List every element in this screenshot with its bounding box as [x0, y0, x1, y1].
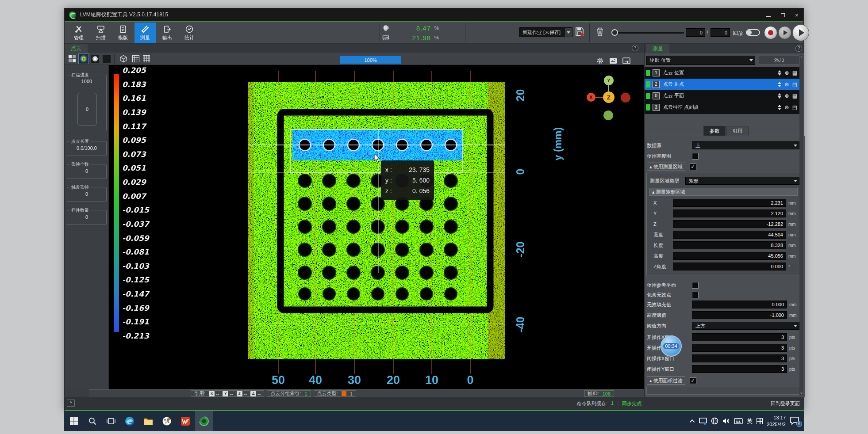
data-source-select[interactable]: 上 [692, 141, 799, 149]
taskbar-lvm-app-active[interactable] [195, 411, 213, 431]
measure-item-4[interactable]: 3 点云特征 点到点 ⊗ ▤ [645, 102, 800, 113]
ime-mode-icon[interactable] [757, 418, 763, 424]
network-globe-icon[interactable] [711, 417, 718, 425]
measure-item-1[interactable]: 1 点云 位置 ⊗ ▤ [645, 67, 800, 78]
toolbar-button-manage[interactable]: 管理 [68, 23, 89, 43]
viewport-export-button[interactable] [621, 56, 632, 65]
maximize-button[interactable] [779, 11, 787, 19]
taskbar-edge[interactable] [121, 411, 138, 431]
close-x-input[interactable]: 3 [692, 354, 787, 362]
toolbar-button-statistics[interactable]: 统计 [179, 23, 200, 43]
y-input[interactable]: 2.120 [673, 209, 786, 217]
volume-icon[interactable] [722, 418, 730, 424]
ref-plane-checkbox[interactable] [692, 282, 699, 289]
taskbar-paint[interactable] [158, 411, 176, 431]
thresh-dir-select[interactable]: 上方 [692, 322, 799, 330]
record-button[interactable] [764, 26, 777, 39]
start-button[interactable] [65, 411, 83, 431]
region-type-select[interactable]: 矩形 [685, 177, 799, 185]
tab-references[interactable]: 引用 [726, 126, 749, 136]
x-input[interactable]: 2.231 [673, 199, 786, 207]
height-thresh-input[interactable]: -1.000 [692, 311, 787, 319]
reorder-arrows[interactable] [778, 82, 781, 87]
viewport-settings-button[interactable] [595, 56, 605, 65]
step-play-button[interactable] [778, 26, 791, 39]
reorder-arrows[interactable] [778, 70, 781, 76]
measure-item-3[interactable]: 0 点云 平面 ⊗ ▤ [645, 90, 800, 101]
help-icon[interactable]: ? [795, 45, 802, 52]
grid-dense-icon[interactable] [142, 54, 151, 64]
reorder-arrows[interactable] [778, 105, 781, 110]
width-input[interactable]: 44.504 [673, 231, 786, 239]
item-menu-icon[interactable]: ▤ [792, 104, 797, 110]
toolbar-button-template[interactable]: 模版 [112, 23, 134, 43]
pointcloud-scene[interactable]: Y X Z [109, 65, 644, 389]
task-view-button[interactable] [102, 411, 120, 431]
tab-measure[interactable]: 测量 [646, 44, 669, 53]
open-y-input[interactable]: 3 [692, 344, 787, 352]
toolbar-button-measure[interactable]: 测量 [134, 23, 156, 43]
measure-item-2-selected[interactable]: 2 点云 斑点 ⊗ ▤ [645, 79, 800, 90]
brightness-checkbox[interactable] [692, 153, 699, 160]
item-menu-icon[interactable]: ▤ [792, 70, 797, 76]
z-angle-input[interactable]: 0.000 [673, 263, 786, 270]
viewport-snapshot-button[interactable] [608, 56, 618, 65]
delete-item-icon[interactable]: ⊗ [785, 104, 789, 110]
cube-3d-icon[interactable] [119, 54, 128, 64]
scroll-down-icon[interactable]: v [800, 391, 803, 396]
touch-keyboard-icon[interactable] [734, 418, 743, 424]
measure-type-dropdown[interactable]: 轮廓 位置 [646, 56, 755, 65]
invalid-pts-checkbox[interactable] [692, 292, 699, 298]
minimize-button[interactable] [764, 11, 772, 19]
clear-record-button[interactable] [595, 27, 604, 39]
job-selector-dropdown[interactable]: 新建作业 [未保存] [519, 27, 572, 37]
use-region-checkbox[interactable]: ✓ [690, 164, 696, 170]
toolbar-button-scan[interactable]: 扫描 [90, 23, 111, 43]
save-job-button[interactable] [575, 27, 584, 38]
help-icon[interactable]: ? [632, 45, 638, 51]
frame-total-field[interactable]: 0 [711, 28, 730, 37]
delete-item-icon[interactable]: ⊗ [785, 93, 789, 99]
reorder-arrows[interactable] [778, 93, 781, 99]
delete-item-icon[interactable]: ⊗ [785, 70, 789, 76]
notification-center-button[interactable]: 5 [790, 416, 800, 426]
area-filter-group-label[interactable]: ▴使用面积过滤 [647, 377, 685, 385]
cast-screen-icon[interactable] [699, 418, 707, 425]
close-button[interactable]: × [793, 11, 801, 19]
z-input[interactable]: -12.282 [673, 220, 786, 228]
play-button[interactable] [792, 24, 809, 41]
taskbar-wps[interactable] [177, 411, 194, 431]
item-menu-icon[interactable]: ▤ [792, 81, 797, 88]
dark-view-icon[interactable] [102, 54, 111, 64]
tray-expand-icon[interactable] [689, 419, 695, 423]
playback-slider[interactable] [612, 31, 684, 34]
layout-grid-icon[interactable] [67, 54, 77, 64]
close-y-input[interactable]: 3 [692, 365, 787, 373]
slider-track[interactable] [616, 32, 684, 34]
taskbar-explorer[interactable] [139, 411, 157, 431]
length-input[interactable]: 8.328 [673, 241, 786, 249]
item-menu-icon[interactable]: ▤ [792, 93, 797, 99]
pointcloud-viewport[interactable]: 0.2050.183 0.1610.139 0.1170.095 0.0730.… [109, 65, 644, 389]
scroll-up-icon[interactable]: ^ [800, 55, 803, 60]
region-rect-header[interactable]: ▴测量矩形区域 [649, 188, 798, 196]
toolbar-button-output[interactable]: 输出 [157, 23, 178, 43]
back-to-login-link[interactable]: 回到登录页面 [771, 400, 800, 407]
add-measure-button[interactable]: 添加 [759, 56, 799, 65]
use-region-group-label[interactable]: ▴使用测量区域 [647, 163, 685, 171]
slider-handle[interactable] [611, 29, 618, 36]
tab-parameters[interactable]: 参数 [703, 126, 726, 136]
playback-toggle[interactable] [746, 29, 760, 36]
height-input[interactable]: 45.056 [673, 252, 786, 260]
area-filter-checkbox[interactable]: ✓ [690, 377, 696, 384]
intensity-view-icon[interactable] [90, 54, 100, 64]
colormap-view-icon[interactable] [79, 54, 88, 64]
frame-current-field[interactable]: 0 [686, 28, 705, 37]
invalid-fill-input[interactable]: 0.000 [692, 301, 787, 308]
collapse-panel-button[interactable]: ^ [67, 400, 75, 407]
panel-scrollbar[interactable]: ^ v [799, 55, 803, 396]
ime-language-indicator[interactable]: 英 [747, 417, 753, 425]
axis-gizmo[interactable]: Y X Z [587, 76, 630, 120]
delete-item-icon[interactable]: ⊗ [785, 81, 789, 88]
grid-table-icon[interactable] [131, 54, 141, 64]
